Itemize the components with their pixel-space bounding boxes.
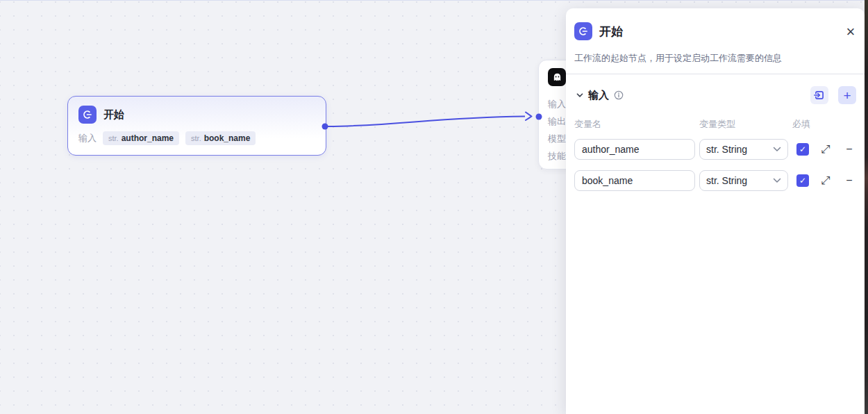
variable-table-header: 变量名 变量类型 必填 bbox=[574, 118, 856, 131]
chevron-down-icon[interactable] bbox=[574, 90, 585, 101]
start-node-title: 开始 bbox=[103, 108, 124, 122]
variable-tag-name: book_name bbox=[204, 133, 251, 143]
variable-type-value: str. String bbox=[706, 175, 773, 186]
chevron-down-icon bbox=[773, 147, 781, 152]
variable-name-input[interactable] bbox=[574, 170, 695, 191]
node-config-panel: 开始 × 工作流的起始节点，用于设定启动工作流需要的信息 输入 bbox=[566, 8, 865, 414]
panel-header: 开始 × bbox=[566, 8, 865, 40]
remove-button[interactable]: − bbox=[842, 143, 856, 156]
variable-tag-name: author_name bbox=[122, 133, 174, 143]
start-icon bbox=[78, 106, 97, 124]
variable-row: str. String ✓ ⤢ − bbox=[574, 170, 856, 191]
agent-node-rows: 输入 输出 模型 技能 bbox=[548, 95, 566, 165]
screen-edge-artifact bbox=[865, 0, 868, 414]
check-icon: ✓ bbox=[799, 176, 806, 185]
variable-name-input[interactable] bbox=[574, 139, 695, 160]
remove-button[interactable]: − bbox=[842, 174, 856, 187]
start-icon bbox=[574, 22, 592, 40]
variable-type-prefix: str. bbox=[108, 134, 119, 142]
start-node-header: 开始 bbox=[68, 97, 326, 124]
variable-type-select[interactable]: str. String bbox=[699, 139, 788, 160]
add-variable-button[interactable]: + bbox=[838, 86, 856, 104]
expand-button[interactable]: ⤢ bbox=[819, 143, 833, 156]
input-section-label: 输入 bbox=[588, 89, 609, 102]
variable-type-prefix: str. bbox=[191, 134, 201, 142]
variable-type-value: str. String bbox=[706, 144, 773, 155]
agent-node-row-label: 技能 bbox=[548, 147, 566, 165]
agent-node-row-label: 输出 bbox=[548, 113, 566, 130]
import-button[interactable] bbox=[810, 86, 828, 104]
column-required: 必填 bbox=[792, 118, 810, 131]
start-node[interactable]: 开始 输入 str.author_name str.book_name bbox=[67, 96, 326, 156]
info-icon[interactable] bbox=[614, 90, 624, 100]
plus-icon: + bbox=[843, 89, 851, 102]
close-button[interactable]: × bbox=[841, 22, 860, 42]
chevron-down-icon bbox=[773, 178, 781, 183]
input-row-label: 输入 bbox=[78, 132, 97, 144]
variable-rows: str. String ✓ ⤢ − str. String bbox=[566, 139, 865, 191]
expand-button[interactable]: ⤢ bbox=[819, 174, 833, 187]
check-icon: ✓ bbox=[799, 145, 806, 154]
node-description: 工作流的起始节点，用于设定启动工作流需要的信息 bbox=[566, 51, 865, 65]
panel-title: 开始 bbox=[599, 24, 623, 40]
column-variable-name: 变量名 bbox=[574, 118, 699, 131]
agent-node-row-label: 模型 bbox=[548, 130, 566, 147]
column-variable-type: 变量类型 bbox=[699, 118, 792, 131]
required-checkbox[interactable]: ✓ bbox=[796, 174, 809, 187]
bot-icon bbox=[548, 68, 566, 86]
agent-node-row-label: 输入 bbox=[548, 95, 566, 113]
variable-tag: str.book_name bbox=[185, 131, 256, 145]
required-checkbox[interactable]: ✓ bbox=[796, 143, 809, 156]
input-section-header: 输入 + bbox=[574, 86, 856, 104]
start-node-variables-row: 输入 str.author_name str.book_name bbox=[68, 124, 326, 145]
variable-type-select[interactable]: str. String bbox=[699, 170, 788, 191]
import-icon bbox=[814, 90, 825, 101]
arrowhead-icon bbox=[526, 113, 532, 121]
variable-row: str. String ✓ ⤢ − bbox=[574, 139, 856, 160]
divider bbox=[566, 74, 865, 74]
variable-tag: str.author_name bbox=[103, 131, 179, 145]
